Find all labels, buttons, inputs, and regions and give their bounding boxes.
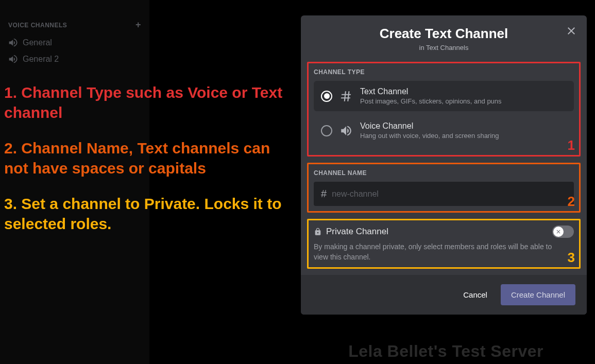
speaker-icon <box>8 38 19 48</box>
modal-subtitle: in Text Channels <box>301 44 587 51</box>
private-title: Private Channel <box>326 227 388 237</box>
text-option-desc: Post images, GIFs, stickers, opinions, a… <box>360 97 567 105</box>
channel-name-label: CHANNEL NAME <box>314 169 574 177</box>
channel-name-input[interactable] <box>332 189 567 199</box>
text-channel-option[interactable]: Text Channel Post images, GIFs, stickers… <box>314 81 574 111</box>
cancel-button[interactable]: Cancel <box>460 285 490 304</box>
channel-type-label: CHANNEL TYPE <box>314 68 574 76</box>
voice-channel-option[interactable]: Voice Channel Hang out with voice, video… <box>314 115 574 146</box>
private-left: Private Channel <box>314 227 388 237</box>
lock-icon <box>314 228 322 236</box>
channel-type-section: CHANNEL TYPE Text Channel Post images, G… <box>307 62 581 157</box>
speaker-icon <box>8 54 19 64</box>
channel-name: General <box>23 38 52 47</box>
speaker-icon <box>339 124 353 137</box>
watermark-text: Lela Bellet's Test Server <box>348 342 543 361</box>
hash-icon: # <box>321 188 327 200</box>
private-toggle[interactable] <box>552 226 574 238</box>
annotation-number-2: 2 <box>568 194 575 210</box>
private-row: Private Channel <box>314 226 574 238</box>
voice-option-text: Voice Channel Hang out with voice, video… <box>360 122 567 140</box>
modal-footer: Cancel Create Channel <box>301 275 587 315</box>
private-desc: By making a channel private, only select… <box>314 242 574 262</box>
annotations: 1. Channel Type such as Voice or Text ch… <box>4 82 293 249</box>
private-channel-section: Private Channel By making a channel priv… <box>307 219 581 269</box>
voice-option-desc: Hang out with voice, video, and screen s… <box>360 132 567 140</box>
hash-icon <box>339 90 353 103</box>
channel-item-general[interactable]: General <box>0 34 149 51</box>
voice-channels-header: VOICE CHANNELS + <box>0 15 149 34</box>
add-channel-icon[interactable]: + <box>135 20 141 30</box>
annotation-1: 1. Channel Type such as Voice or Text ch… <box>4 82 293 123</box>
modal-title: Create Text Channel <box>301 26 587 42</box>
toggle-knob <box>553 227 564 237</box>
channel-name-section: CHANNEL NAME # 2 <box>307 163 581 213</box>
text-option-title: Text Channel <box>360 87 567 96</box>
channel-item-general2[interactable]: General 2 <box>0 51 149 67</box>
voice-option-title: Voice Channel <box>360 122 567 131</box>
channel-name: General 2 <box>23 55 59 64</box>
annotation-3: 3. Set a channel to Private. Locks it to… <box>4 194 293 234</box>
close-icon[interactable] <box>565 25 577 37</box>
create-channel-modal: Create Text Channel in Text Channels CHA… <box>301 15 587 315</box>
voice-channels-label: VOICE CHANNELS <box>8 22 67 29</box>
channel-name-input-wrap[interactable]: # <box>314 182 574 206</box>
annotation-number-3: 3 <box>568 250 575 266</box>
radio-text[interactable] <box>321 91 332 102</box>
text-option-text: Text Channel Post images, GIFs, stickers… <box>360 87 567 105</box>
annotation-2: 2. Channel Name, Text channels can not h… <box>4 138 293 178</box>
create-channel-button[interactable]: Create Channel <box>501 284 575 305</box>
annotation-number-1: 1 <box>568 137 575 153</box>
radio-voice[interactable] <box>321 125 332 136</box>
